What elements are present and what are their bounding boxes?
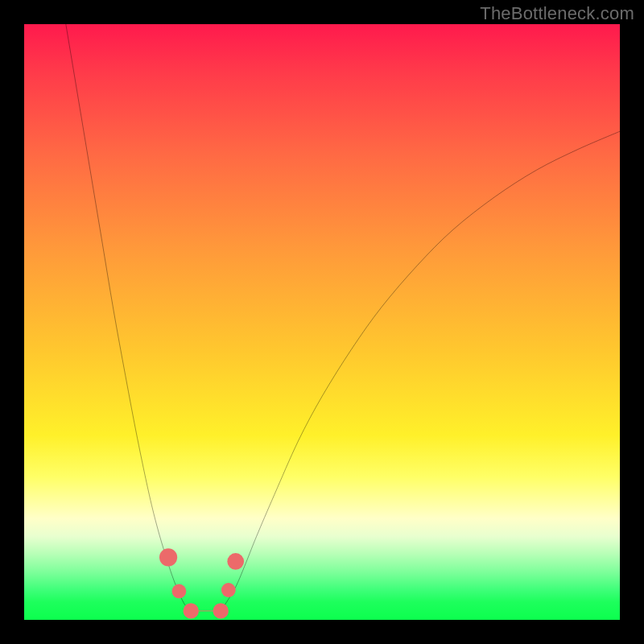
bottom-left-end <box>184 603 199 618</box>
plot-area <box>24 24 620 620</box>
series-right-curve <box>221 131 620 611</box>
left-marker-lower <box>172 584 187 599</box>
series-group <box>66 24 620 611</box>
watermark-text: TheBottleneck.com <box>480 3 634 24</box>
right-marker-upper <box>227 553 244 570</box>
right-marker-lower <box>221 583 236 597</box>
left-marker-upper <box>159 548 177 566</box>
chart-container: TheBottleneck.com <box>0 0 644 644</box>
bottom-right-end <box>213 603 229 618</box>
series-left-curve <box>66 24 191 611</box>
marker-group <box>159 548 244 618</box>
chart-svg <box>24 24 620 620</box>
